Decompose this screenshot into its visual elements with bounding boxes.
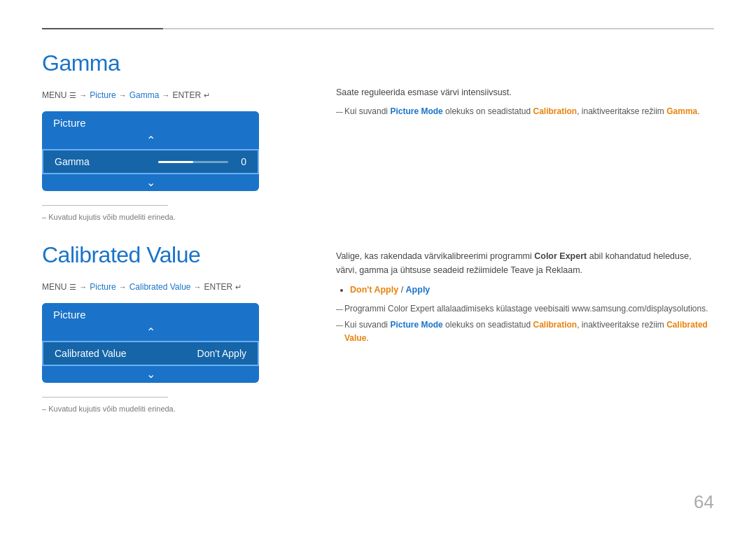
gamma-picture-mode-link: Picture Mode bbox=[390, 106, 442, 116]
cal-menu-icon: ☰ bbox=[69, 283, 76, 292]
gamma-divider bbox=[42, 205, 168, 206]
cal-arrow2: → bbox=[119, 283, 127, 291]
calibrated-note1: Programmi Color Expert allalaadimiseks k… bbox=[336, 302, 714, 316]
cal-chevron-up-row: ⌃ bbox=[42, 324, 259, 341]
enter-label: ENTER bbox=[172, 90, 201, 100]
picture-link: Picture bbox=[90, 90, 115, 100]
top-divider bbox=[42, 28, 714, 29]
cal-chevron-down-row: ⌄ bbox=[42, 366, 259, 383]
calibrated-row-label: Calibrated Value bbox=[55, 348, 126, 359]
gamma-slider[interactable] bbox=[158, 161, 228, 163]
cal-menu-label: MENU bbox=[42, 282, 66, 292]
cal-calibrated-link: Calibrated Value bbox=[130, 282, 191, 292]
calibrated-section: Calibrated Value MENU ☰ → Picture → Cali… bbox=[42, 242, 714, 413]
cal-note1-text: Programmi Color Expert allalaadimiseks k… bbox=[344, 304, 708, 314]
gamma-left: Gamma MENU ☰ → Picture → Gamma → ENTER ↵… bbox=[42, 50, 308, 221]
calibrated-breadcrumb: MENU ☰ → Picture → Calibrated Value → EN… bbox=[42, 282, 308, 292]
gamma-note-text: Kuvatud kujutis võib mudeliti erineda. bbox=[48, 213, 176, 221]
cal-picture-mode-right: Picture Mode bbox=[390, 320, 442, 330]
page-number: 64 bbox=[694, 491, 714, 513]
arrow2: → bbox=[119, 91, 127, 99]
bullet-options: Don't Apply / Apply bbox=[350, 283, 714, 297]
gamma-box-title: Picture bbox=[53, 117, 86, 129]
gamma-link: Gamma bbox=[130, 90, 160, 100]
main-sections: Gamma MENU ☰ → Picture → Gamma → ENTER ↵… bbox=[42, 50, 714, 420]
menu-icon: ☰ bbox=[69, 91, 76, 100]
gamma-desc: Saate reguleerida esmase värvi intensiiv… bbox=[336, 85, 714, 99]
cal-color-expert-bold: Color Expert bbox=[534, 251, 587, 261]
gamma-desc-text: Saate reguleerida esmase värvi intensiiv… bbox=[336, 87, 512, 97]
dont-apply-link: Don't Apply bbox=[350, 285, 398, 295]
cal-calibration-right: Calibration bbox=[533, 320, 577, 330]
cal-arrow1: → bbox=[79, 283, 87, 291]
gamma-slider-fill bbox=[158, 161, 193, 163]
calibrated-divider bbox=[42, 397, 168, 398]
calibrated-right: Valige, kas rakendada värvikalibreerimi … bbox=[336, 242, 714, 413]
cal-enter-label: ENTER bbox=[204, 282, 233, 292]
cal-note2-period: . bbox=[366, 333, 368, 343]
gamma-row-right: 0 bbox=[158, 156, 246, 167]
gamma-note-dash: – bbox=[42, 213, 48, 221]
gamma-note-end: , inaktiveeritakse režiim bbox=[577, 106, 666, 116]
calibrated-tv-box: Picture ⌃ Calibrated Value Don't Apply ⌄ bbox=[42, 303, 259, 383]
gamma-breadcrumb: MENU ☰ → Picture → Gamma → ENTER ↵ bbox=[42, 90, 308, 100]
menu-label: MENU bbox=[42, 90, 66, 100]
gamma-box-title-row: Picture bbox=[42, 111, 259, 132]
gamma-link-text: Gamma bbox=[666, 106, 697, 116]
arrow3: → bbox=[162, 91, 169, 99]
gamma-note-mid: olekuks on seadistatud bbox=[443, 106, 533, 116]
cal-note-text: Kuvatud kujutis võib mudeliti erineda. bbox=[48, 405, 176, 413]
cal-enter-icon: ↵ bbox=[235, 283, 241, 292]
gamma-section: Gamma MENU ☰ → Picture → Gamma → ENTER ↵… bbox=[42, 50, 714, 221]
gamma-right: Saate reguleerida esmase värvi intensiiv… bbox=[336, 50, 714, 221]
calibrated-row[interactable]: Calibrated Value Don't Apply bbox=[42, 341, 259, 366]
cal-note2-prefix: Kui suvandi bbox=[344, 320, 390, 330]
calibrated-desc: Valige, kas rakendada värvikalibreerimi … bbox=[336, 249, 714, 277]
bullet-slash: / bbox=[398, 285, 405, 295]
cal-arrow3: → bbox=[194, 283, 202, 291]
gamma-chevron-down-row: ⌄ bbox=[42, 174, 259, 191]
enter-icon: ↵ bbox=[204, 91, 210, 100]
calibrated-row-value: Don't Apply bbox=[197, 348, 246, 359]
apply-link: Apply bbox=[406, 285, 430, 295]
gamma-tv-box: Picture ⌃ Gamma 0 bbox=[42, 111, 259, 191]
cal-note2-end: , inaktiveeritakse režiim bbox=[577, 320, 666, 330]
calibrated-note: – Kuvatud kujutis võib mudeliti erineda. bbox=[42, 405, 308, 413]
gamma-note: – Kuvatud kujutis võib mudeliti erineda. bbox=[42, 213, 308, 221]
cal-desc-text: Valige, kas rakendada värvikalibreerimi … bbox=[336, 251, 534, 261]
chevron-down-icon: ⌄ bbox=[146, 177, 155, 188]
chevron-up-icon: ⌃ bbox=[146, 135, 155, 146]
gamma-note-prefix: Kui suvandi bbox=[344, 106, 390, 116]
gamma-note-right: Kui suvandi Picture Mode olekuks on sead… bbox=[336, 105, 714, 118]
gamma-title: Gamma bbox=[42, 50, 308, 76]
gamma-row-label: Gamma bbox=[55, 156, 90, 167]
cal-note2-mid: olekuks on seadistatud bbox=[443, 320, 533, 330]
page-container: Gamma MENU ☰ → Picture → Gamma → ENTER ↵… bbox=[0, 0, 756, 534]
gamma-row-value: 0 bbox=[235, 156, 246, 167]
cal-box-title-row: Picture bbox=[42, 303, 259, 324]
cal-picture-link: Picture bbox=[90, 282, 115, 292]
cal-chevron-up-icon: ⌃ bbox=[146, 327, 155, 338]
gamma-note-period: . bbox=[697, 106, 699, 116]
gamma-row[interactable]: Gamma 0 bbox=[42, 149, 259, 174]
cal-note-dash: – bbox=[42, 405, 48, 413]
calibrated-note2: Kui suvandi Picture Mode olekuks on sead… bbox=[336, 318, 714, 345]
calibrated-left: Calibrated Value MENU ☰ → Picture → Cali… bbox=[42, 242, 308, 413]
gamma-chevron-up-row: ⌃ bbox=[42, 132, 259, 149]
calibrated-title: Calibrated Value bbox=[42, 242, 308, 268]
gamma-calibration-link: Calibration bbox=[533, 106, 577, 116]
calibrated-bullet-list: Don't Apply / Apply bbox=[350, 283, 714, 297]
arrow1: → bbox=[79, 91, 87, 99]
cal-chevron-down-icon: ⌄ bbox=[146, 369, 155, 380]
cal-box-title: Picture bbox=[53, 309, 86, 321]
